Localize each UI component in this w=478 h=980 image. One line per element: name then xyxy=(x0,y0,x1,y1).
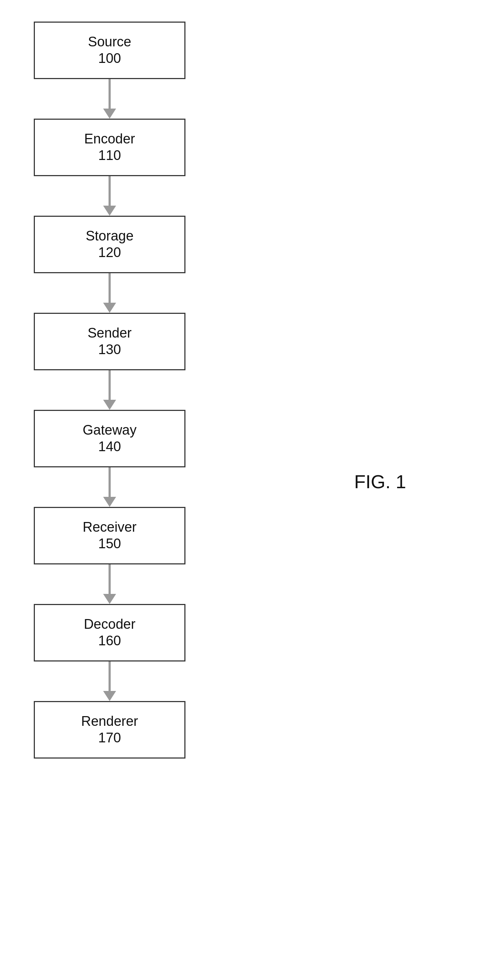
flow-box-encoder: Encoder110 xyxy=(34,119,186,176)
flow-box-number-storage: 120 xyxy=(98,245,121,261)
flow-box-number-gateway: 140 xyxy=(98,439,121,455)
flow-box-label-storage: Storage xyxy=(86,228,133,245)
flow-box-number-source: 100 xyxy=(98,50,121,67)
arrow-line xyxy=(108,273,111,303)
flow-box-renderer: Renderer170 xyxy=(34,701,186,759)
flow-box-decoder: Decoder160 xyxy=(34,604,186,662)
arrow-head xyxy=(103,497,116,507)
arrow-line xyxy=(108,565,111,594)
flow-box-label-decoder: Decoder xyxy=(84,616,135,633)
arrow-head xyxy=(103,108,116,119)
arrow-4 xyxy=(104,467,115,507)
flow-box-storage: Storage120 xyxy=(34,216,186,273)
flow-box-number-receiver: 150 xyxy=(98,536,121,552)
arrow-3 xyxy=(104,370,115,410)
flow-box-label-source: Source xyxy=(88,34,131,50)
arrow-head xyxy=(103,691,116,701)
arrow-2 xyxy=(104,273,115,313)
arrow-6 xyxy=(104,662,115,701)
arrow-line xyxy=(108,79,111,108)
flow-box-receiver: Receiver150 xyxy=(34,507,186,565)
arrow-head xyxy=(103,206,116,216)
flow-box-label-receiver: Receiver xyxy=(83,519,137,536)
flow-box-source: Source100 xyxy=(34,22,186,79)
flow-box-gateway: Gateway140 xyxy=(34,410,186,467)
flow-box-sender: Sender130 xyxy=(34,313,186,370)
flow-box-number-sender: 130 xyxy=(98,342,121,358)
flow-box-number-encoder: 110 xyxy=(98,147,121,164)
flow-box-label-sender: Sender xyxy=(88,325,132,342)
arrow-head xyxy=(103,303,116,313)
arrow-1 xyxy=(104,176,115,216)
flow-box-label-encoder: Encoder xyxy=(84,131,135,147)
flow-box-number-renderer: 170 xyxy=(98,730,121,746)
arrow-head xyxy=(103,400,116,410)
arrow-0 xyxy=(104,79,115,119)
arrow-line xyxy=(108,176,111,206)
flow-box-label-gateway: Gateway xyxy=(83,422,137,439)
flow-box-number-decoder: 160 xyxy=(98,633,121,649)
arrow-line xyxy=(108,370,111,400)
arrow-head xyxy=(103,594,116,604)
flow-diagram: Source100Encoder110Storage120Sender130Ga… xyxy=(34,22,186,759)
figure-label: FIG. 1 xyxy=(354,471,406,493)
arrow-5 xyxy=(104,565,115,604)
flow-box-label-renderer: Renderer xyxy=(81,713,138,730)
arrow-line xyxy=(108,467,111,497)
arrow-line xyxy=(108,662,111,691)
